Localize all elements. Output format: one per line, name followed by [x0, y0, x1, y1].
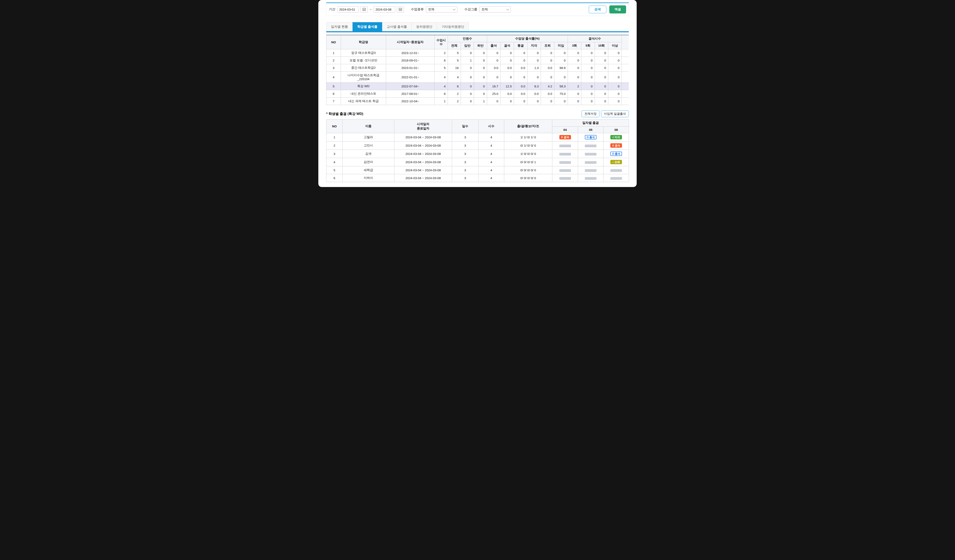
- cell-period: 2024-03-04 ~ 2024-03-08: [395, 166, 452, 174]
- column-header-days: 일수: [452, 120, 479, 133]
- attendance-badge[interactable]: [585, 153, 596, 156]
- column-subheader: 3회: [568, 42, 581, 49]
- column-subheader: 퇴반: [474, 42, 487, 49]
- calendar-from-button[interactable]: [361, 6, 368, 12]
- column-subheader: 입반: [461, 42, 474, 49]
- cell-hours: 4: [479, 166, 504, 174]
- cell-no: 3: [326, 150, 343, 158]
- attendance-badge[interactable]: [559, 161, 571, 164]
- attendance-badge[interactable]: [611, 169, 622, 172]
- class-row[interactable]: 2 보컬 보컬 -오디션반 2018-09-01~ 6 5 1 0 0 0 0 …: [326, 57, 629, 64]
- attendance-badge[interactable]: √ 지각: [611, 135, 622, 139]
- class-row[interactable]: 6 내신 온라인테스트 2017-08-01~ 6 2 0 0 25.0 0.0…: [326, 90, 629, 98]
- cell-absent-3: 0: [568, 57, 581, 64]
- attendance-badge[interactable]: – 조퇴: [611, 160, 622, 164]
- attendance-page: 기간 ~ 수업종류 전체 수강그룹 전체 검색 엑셀: [318, 0, 637, 187]
- save-all-button[interactable]: 전체저장: [582, 111, 600, 117]
- column-subheader: 조퇴: [541, 42, 554, 49]
- cell-total: 6: [448, 83, 461, 90]
- cell-day-05: [578, 142, 603, 150]
- cell-summary: 0/ 1/ 0/ 0/ 0: [504, 142, 552, 150]
- cell-day-08: – 조퇴: [603, 158, 629, 166]
- attendance-badge[interactable]: [559, 153, 571, 156]
- cell-student-name: 김연아: [343, 158, 395, 166]
- cell-absent: 0: [501, 98, 514, 105]
- cell-in: 0: [461, 83, 474, 90]
- class-type-select[interactable]: 전체: [426, 6, 457, 12]
- calendar-to-button[interactable]: [397, 6, 404, 12]
- class-row[interactable]: 5 특강 WD 2022-07-04~ 4 6 0 0 16.7 12.5 0.…: [326, 83, 629, 90]
- tab[interactable]: 일자별 현황: [326, 22, 353, 31]
- cell-absent: 12.5: [501, 83, 514, 90]
- cell-attend: 0: [487, 57, 501, 64]
- cell-no: 1: [326, 133, 343, 142]
- course-group-select[interactable]: 전체: [479, 6, 511, 12]
- cell-early: 0.0: [541, 64, 554, 72]
- cell-absent: 0: [501, 72, 514, 83]
- date-from-input[interactable]: [337, 6, 359, 12]
- cell-absent-3: 0: [568, 90, 581, 98]
- column-subheader: 통결: [514, 42, 528, 49]
- attendance-badge[interactable]: O 출석: [585, 135, 596, 139]
- tab-bar: 일자별 현황 학급별 출석률 교사별 출석률 등하원명단 기타등하원명단: [326, 22, 629, 31]
- cell-class-name: 중간 테스트학급2: [341, 64, 386, 72]
- cell-day-05: [578, 150, 603, 158]
- cell-unentered: 58.3: [554, 83, 568, 90]
- date-to-input[interactable]: [374, 6, 395, 12]
- cell-hours: 4: [479, 142, 504, 150]
- cell-in: 0: [461, 72, 474, 83]
- cell-summary: 0/ 0/ 0/ 0/ 0: [504, 166, 552, 174]
- attendance-badge[interactable]: X 결석: [611, 144, 622, 148]
- attendance-badge[interactable]: [611, 177, 622, 180]
- cell-student-name: 김셋: [343, 150, 395, 158]
- cell-period: 2024-03-04 ~ 2024-03-08: [395, 158, 452, 166]
- attendance-badge[interactable]: [585, 177, 596, 180]
- class-row[interactable]: 3 중간 테스트학급2 2023-01-01~ 5 16 0 0 0.0 0.0…: [326, 64, 629, 72]
- attendance-badge[interactable]: [559, 169, 571, 172]
- attendance-badge[interactable]: O 출석: [611, 151, 622, 156]
- class-row[interactable]: 4 나머지수업 테스트학급_220104 2022-01-01~ 4 4 0 0…: [326, 72, 629, 83]
- tab[interactable]: 교사별 출석률: [382, 22, 412, 31]
- cell-absent-3: 2: [568, 83, 581, 90]
- cell-hours: 4: [479, 133, 504, 142]
- tab[interactable]: 학급별 출석률: [352, 22, 382, 31]
- cell-day-04: X 결석: [552, 133, 578, 142]
- column-header-no: NO: [326, 120, 343, 133]
- attendance-badge[interactable]: [585, 161, 596, 164]
- cell-notified: 0: [514, 57, 528, 64]
- class-table-scroll[interactable]: NO 학급명 시작일자~종료일자 수업시수 인원수 수업당 출석률(%) 결석시…: [326, 35, 629, 105]
- tab[interactable]: 기타등하원명단: [437, 22, 469, 31]
- cell-absent: 0.0: [501, 90, 514, 98]
- tab[interactable]: 등하원명단: [412, 22, 437, 31]
- cell-day-04: [552, 158, 578, 166]
- attendance-badge[interactable]: [559, 145, 571, 147]
- cell-no: 5: [326, 166, 343, 174]
- cell-hours: 6: [435, 57, 448, 64]
- scrollbar-gutter-cell: [622, 49, 629, 57]
- bulk-attendance-button[interactable]: 미입력 일괄출석: [601, 111, 629, 117]
- cell-days: 3: [452, 133, 479, 142]
- attendance-badge[interactable]: [559, 177, 571, 180]
- attendance-badge[interactable]: [585, 169, 596, 172]
- cell-absent-10: 0: [595, 64, 608, 72]
- column-subheader: 10회: [595, 42, 608, 49]
- attendance-badge[interactable]: X 결석: [559, 135, 571, 139]
- cell-day-04: [552, 174, 578, 182]
- cell-period: 2022-01-01~: [386, 72, 435, 83]
- cell-in: 1: [461, 57, 474, 64]
- cell-late: 0.0: [528, 90, 541, 98]
- column-header-summary: 출/결/통보/지/조: [504, 120, 552, 133]
- class-row[interactable]: 1 정규 테스트학급3 2023-12-01~ 2 5 0 0 0 0 0 0 …: [326, 49, 629, 57]
- student-row: 6 이하이 2024-03-04 ~ 2024-03-08 3 4 0/ 0/ …: [326, 174, 629, 182]
- period-label: 기간: [329, 7, 335, 12]
- cell-unentered: 0: [554, 98, 568, 105]
- column-subheader: 전체: [448, 42, 461, 49]
- scrollbar-gutter-cell: [622, 83, 629, 90]
- class-row[interactable]: 7 내신 과제 테스트 학급 2022-10-04~ 1 2 0 1 0 0 0…: [326, 98, 629, 105]
- cell-period: 2023-12-01~: [386, 49, 435, 57]
- search-button[interactable]: 검색: [589, 6, 606, 13]
- class-type-label: 수업종류: [411, 7, 424, 12]
- attendance-badge[interactable]: [585, 145, 596, 147]
- excel-button[interactable]: 엑셀: [609, 5, 626, 14]
- cell-no: 6: [326, 90, 341, 98]
